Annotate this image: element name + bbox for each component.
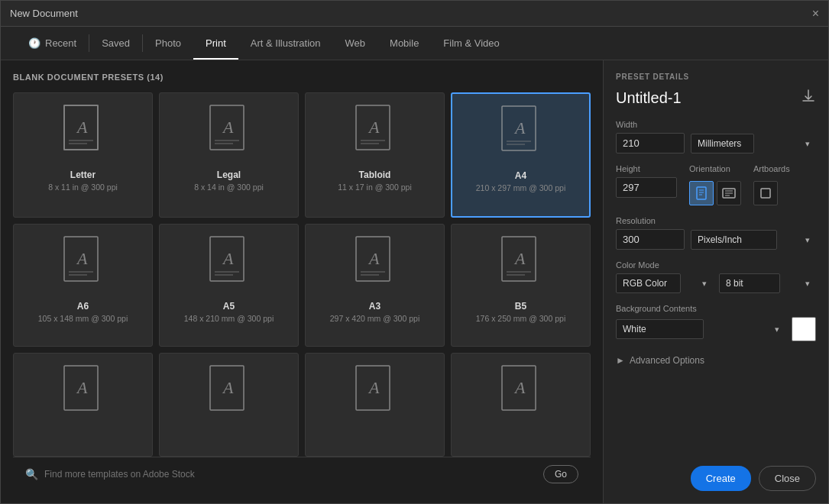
artboard-button[interactable] <box>753 181 778 205</box>
orientation-label: Orientation <box>689 164 741 173</box>
color-mode-row: RGB Color CMYK Color Grayscale Lab Color… <box>616 273 816 293</box>
preset-a5-size: 148 x 210 mm @ 300 ppi <box>184 314 274 323</box>
svg-text:A: A <box>513 249 526 268</box>
preset-a6-size: 105 x 148 mm @ 300 ppi <box>38 314 128 323</box>
preset-details-label: PRESET DETAILS <box>616 73 816 81</box>
preset-a4[interactable]: A A4 210 x 297 mm @ 300 ppi <box>451 92 591 218</box>
svg-text:A: A <box>513 378 526 397</box>
svg-text:A: A <box>368 378 380 397</box>
doc-title-row: Untitled-1 <box>616 89 816 108</box>
tab-saved[interactable]: Saved <box>89 27 142 60</box>
width-unit-wrapper: Millimeters Pixels Inches Centimeters Po… <box>691 134 816 153</box>
preset-legal[interactable]: A Legal 8 x 14 in @ 300 ppi <box>159 92 299 218</box>
presets-grid: A Letter 8 x 11 in @ 300 ppi A Legal <box>13 92 591 457</box>
preset-legal-size: 8 x 14 in @ 300 ppi <box>194 183 264 192</box>
preset-b5-size: 176 x 250 mm @ 300 ppi <box>476 314 565 323</box>
preset-a4-name: A4 <box>515 170 526 181</box>
search-input-wrap: 🔍 <box>25 468 536 480</box>
right-panel: PRESET DETAILS Untitled-1 Width Millimet… <box>603 60 828 503</box>
preset-letter-size: 8 x 11 in @ 300 ppi <box>48 183 118 192</box>
preset-b5-name: B5 <box>515 301 526 312</box>
tab-art-illustration[interactable]: Art & Illustration <box>238 27 333 60</box>
preset-tabloid-name: Tabloid <box>359 170 391 180</box>
tabs-bar: 🕐 Recent Saved Photo Print Art & Illustr… <box>1 27 828 60</box>
svg-text:A: A <box>76 249 88 268</box>
height-group: Height <box>616 164 677 205</box>
go-button[interactable]: Go <box>543 465 578 483</box>
preset-blank3[interactable]: A <box>305 353 445 457</box>
preset-letter[interactable]: A Letter 8 x 11 in @ 300 ppi <box>13 92 153 218</box>
height-label: Height <box>616 164 677 173</box>
dialog-title: New Document <box>10 8 78 19</box>
tab-photo[interactable]: Photo <box>143 27 193 60</box>
artboards-label: Artboards <box>753 164 790 173</box>
orientation-buttons <box>689 181 741 205</box>
close-button[interactable]: Close <box>759 466 816 491</box>
tab-mobile[interactable]: Mobile <box>377 27 431 60</box>
tab-recent[interactable]: 🕐 Recent <box>16 27 89 60</box>
bg-contents-select[interactable]: White Black Background Color Transparent… <box>616 319 704 339</box>
tab-film-video[interactable]: Film & Video <box>431 27 511 60</box>
title-close-button[interactable]: × <box>812 8 819 20</box>
svg-text:A: A <box>368 249 380 268</box>
bit-depth-wrapper: 8 bit 16 bit 32 bit <box>719 273 816 293</box>
preset-b5[interactable]: A B5 176 x 250 mm @ 300 ppi <box>451 224 591 347</box>
preset-a6[interactable]: A A6 105 x 148 mm @ 300 ppi <box>13 224 153 347</box>
document-title: Untitled-1 <box>616 89 682 107</box>
preset-a3[interactable]: A A3 297 x 420 mm @ 300 ppi <box>305 224 445 347</box>
svg-text:A: A <box>222 249 234 268</box>
preset-tabloid[interactable]: A Tabloid 11 x 17 in @ 300 ppi <box>305 92 445 218</box>
preset-a5-name: A5 <box>223 301 235 312</box>
preset-tabloid-size: 11 x 17 in @ 300 ppi <box>338 183 411 192</box>
landscape-button[interactable] <box>717 181 741 205</box>
left-panel: BLANK DOCUMENT PRESETS (14) A Letter 8 x… <box>1 60 603 503</box>
svg-text:A: A <box>76 118 88 137</box>
new-document-dialog: New Document × 🕐 Recent Saved Photo Prin… <box>0 0 829 504</box>
artboards-group: Artboards <box>753 164 790 205</box>
bg-contents-wrapper: White Black Background Color Transparent… <box>616 319 785 339</box>
search-input[interactable] <box>44 469 536 480</box>
svg-rect-40 <box>697 187 706 199</box>
bg-color-swatch[interactable] <box>792 317 816 341</box>
height-input[interactable] <box>616 177 677 198</box>
preset-a5[interactable]: A A5 148 x 210 mm @ 300 ppi <box>159 224 299 347</box>
color-mode-wrapper: RGB Color CMYK Color Grayscale Lab Color… <box>616 273 713 293</box>
recent-icon: 🕐 <box>28 37 40 49</box>
width-unit-select[interactable]: Millimeters Pixels Inches Centimeters Po… <box>691 134 754 153</box>
resolution-input[interactable] <box>616 229 685 250</box>
resolution-label: Resolution <box>616 216 816 225</box>
bottom-buttons: Create Close <box>616 466 816 491</box>
height-orient-row: Height Orientation <box>616 164 816 205</box>
width-input[interactable] <box>616 133 685 153</box>
svg-text:A: A <box>222 378 234 397</box>
resolution-unit-select[interactable]: Pixels/Inch Pixels/Centimeter <box>691 230 777 250</box>
bit-depth-select[interactable]: 8 bit 16 bit 32 bit <box>719 273 780 293</box>
tab-print[interactable]: Print <box>193 27 238 60</box>
svg-rect-48 <box>761 189 770 198</box>
color-mode-select[interactable]: RGB Color CMYK Color Grayscale Lab Color… <box>616 273 681 293</box>
svg-text:A: A <box>222 118 234 137</box>
bg-contents-label: Background Contents <box>616 304 816 313</box>
advanced-options-toggle[interactable]: ► Advanced Options <box>616 355 816 366</box>
search-icon: 🔍 <box>25 468 38 480</box>
tab-web[interactable]: Web <box>333 27 378 60</box>
bg-contents-row: White Black Background Color Transparent… <box>616 317 816 341</box>
preset-a6-name: A6 <box>77 301 89 312</box>
spacer <box>616 366 816 454</box>
preset-blank1[interactable]: A <box>13 353 153 457</box>
main-content: BLANK DOCUMENT PRESETS (14) A Letter 8 x… <box>1 60 828 503</box>
preset-a3-name: A3 <box>369 301 380 312</box>
preset-blank2[interactable]: A <box>159 353 299 457</box>
svg-text:A: A <box>368 118 380 137</box>
preset-legal-name: Legal <box>217 170 241 180</box>
preset-letter-name: Letter <box>70 170 96 180</box>
width-row: Millimeters Pixels Inches Centimeters Po… <box>616 133 816 153</box>
create-button[interactable]: Create <box>691 466 751 491</box>
width-label: Width <box>616 120 816 129</box>
resolution-unit-wrapper: Pixels/Inch Pixels/Centimeter <box>691 230 816 250</box>
preset-a4-size: 210 x 297 mm @ 300 ppi <box>476 183 565 192</box>
preset-blank4[interactable]: A <box>451 353 591 457</box>
save-preset-button[interactable] <box>801 89 816 108</box>
portrait-button[interactable] <box>689 181 714 205</box>
title-bar: New Document × <box>1 1 828 27</box>
